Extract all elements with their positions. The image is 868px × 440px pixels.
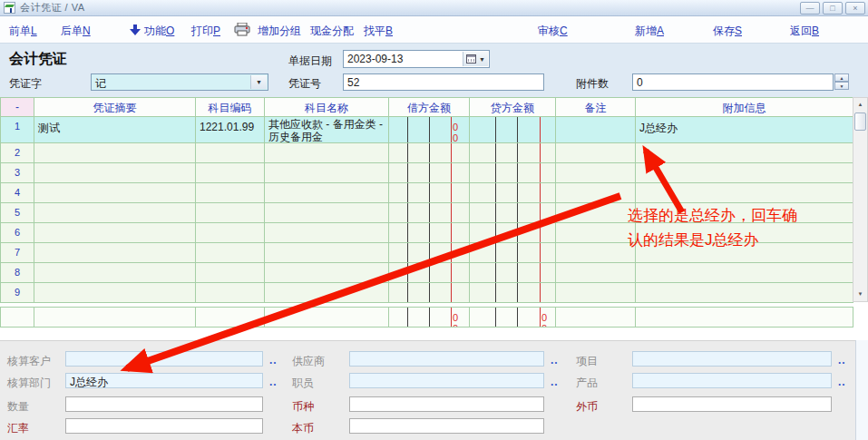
account-name-cell[interactable] xyxy=(265,163,389,183)
supplier-field[interactable] xyxy=(349,351,544,367)
account-code-cell[interactable] xyxy=(196,203,265,223)
add-group-button[interactable]: 增加分组 xyxy=(258,24,301,39)
memo-cell[interactable] xyxy=(556,203,636,223)
summary-cell[interactable] xyxy=(34,143,196,163)
staff-field[interactable] xyxy=(349,373,544,388)
debit-amount-cell[interactable]: 0 0 xyxy=(389,117,470,143)
new-voucher-button[interactable]: 新增A xyxy=(635,24,664,39)
project-lookup-button[interactable]: .. xyxy=(838,354,846,367)
debit-amount-cell[interactable] xyxy=(389,263,470,283)
memo-cell[interactable] xyxy=(556,283,636,303)
grid-vertical-scrollbar[interactable]: ▲ ▼ xyxy=(853,97,868,302)
functions-button[interactable]: 功能O xyxy=(144,24,174,39)
summary-cell[interactable] xyxy=(34,163,196,183)
debit-amount-cell[interactable] xyxy=(389,203,470,223)
account-name-cell[interactable] xyxy=(265,183,389,203)
extra-info-cell[interactable] xyxy=(636,163,853,183)
spin-up-icon[interactable]: ▲ xyxy=(834,73,849,82)
project-field[interactable] xyxy=(632,351,832,367)
credit-amount-cell[interactable] xyxy=(470,263,556,283)
foreign-currency-field[interactable] xyxy=(632,396,832,412)
cash-allocation-button[interactable]: 现金分配 xyxy=(310,24,354,39)
credit-amount-cell[interactable] xyxy=(470,143,556,163)
staff-lookup-button[interactable]: .. xyxy=(551,376,559,388)
department-field[interactable]: J总经办 xyxy=(65,373,263,388)
voucher-word-select[interactable]: 记 ▼ xyxy=(91,73,268,91)
account-name-cell[interactable] xyxy=(265,243,389,263)
quantity-field[interactable] xyxy=(65,396,263,412)
credit-amount-cell[interactable] xyxy=(470,163,556,183)
account-name-cell[interactable]: 其他应收款 - 备用金类 - 历史备用金 xyxy=(265,117,389,143)
extra-info-cell[interactable] xyxy=(636,183,853,203)
product-lookup-button[interactable]: .. xyxy=(838,376,846,388)
summary-cell[interactable] xyxy=(34,263,196,283)
account-code-cell[interactable] xyxy=(196,223,265,243)
extra-info-cell[interactable] xyxy=(636,263,853,283)
credit-amount-cell[interactable] xyxy=(470,223,556,243)
extra-info-cell[interactable]: J总经办 xyxy=(636,117,853,143)
account-code-cell[interactable] xyxy=(196,263,265,283)
save-button[interactable]: 保存S xyxy=(713,24,742,39)
extra-info-cell[interactable] xyxy=(636,143,853,163)
back-button[interactable]: 返回B xyxy=(790,24,819,39)
summary-cell[interactable] xyxy=(34,283,196,303)
audit-button[interactable]: 审核C xyxy=(538,24,568,39)
memo-cell[interactable] xyxy=(556,143,636,163)
account-code-cell[interactable] xyxy=(196,143,265,163)
summary-cell[interactable] xyxy=(34,243,196,263)
extra-info-cell[interactable] xyxy=(636,283,853,303)
spin-down-icon[interactable]: ▼ xyxy=(834,82,849,90)
maximize-button[interactable]: □ xyxy=(823,2,843,15)
product-field[interactable] xyxy=(632,373,832,388)
account-name-cell[interactable] xyxy=(265,203,389,223)
summary-cell[interactable]: 测试 xyxy=(34,117,196,143)
scrollbar-thumb[interactable] xyxy=(854,112,866,131)
account-name-cell[interactable] xyxy=(265,143,389,163)
close-button[interactable]: × xyxy=(845,2,865,15)
credit-amount-cell[interactable] xyxy=(470,203,556,223)
exchange-rate-field[interactable] xyxy=(65,418,263,434)
account-code-cell[interactable] xyxy=(196,243,265,263)
next-voucher-button[interactable]: 后单N xyxy=(61,24,91,39)
printer-icon[interactable] xyxy=(234,23,250,36)
memo-cell[interactable] xyxy=(556,223,636,243)
supplier-lookup-button[interactable]: .. xyxy=(551,354,559,367)
print-button[interactable]: 打印P xyxy=(191,24,220,39)
credit-amount-cell[interactable] xyxy=(470,117,556,143)
prev-voucher-button[interactable]: 前单L xyxy=(9,24,37,39)
memo-cell[interactable] xyxy=(556,163,636,183)
voucher-no-input[interactable]: 52 xyxy=(343,73,544,91)
local-currency-field[interactable] xyxy=(349,418,544,434)
account-name-cell[interactable] xyxy=(265,283,389,303)
currency-field[interactable] xyxy=(349,396,544,412)
scroll-down-icon[interactable]: ▼ xyxy=(853,288,867,301)
debit-amount-cell[interactable] xyxy=(389,223,470,243)
customer-field[interactable] xyxy=(65,351,263,367)
account-code-cell[interactable]: 1221.01.99 xyxy=(196,117,265,143)
account-code-cell[interactable] xyxy=(196,163,265,183)
debit-amount-cell[interactable] xyxy=(389,183,470,203)
debit-amount-cell[interactable] xyxy=(389,143,470,163)
account-code-cell[interactable] xyxy=(196,183,265,203)
account-name-cell[interactable] xyxy=(265,263,389,283)
scroll-up-icon[interactable]: ▲ xyxy=(853,98,867,112)
summary-cell[interactable] xyxy=(34,183,196,203)
account-name-cell[interactable] xyxy=(265,223,389,243)
chevron-down-icon[interactable]: ▼ xyxy=(250,75,267,89)
calendar-dropdown-button[interactable]: ▼ xyxy=(463,52,488,66)
credit-amount-cell[interactable] xyxy=(470,183,556,203)
memo-cell[interactable] xyxy=(556,243,636,263)
department-lookup-button[interactable]: .. xyxy=(269,376,278,388)
account-code-cell[interactable] xyxy=(196,283,265,303)
credit-amount-cell[interactable] xyxy=(470,283,556,303)
summary-cell[interactable] xyxy=(34,203,196,223)
debit-amount-cell[interactable] xyxy=(389,163,470,183)
memo-cell[interactable] xyxy=(556,183,636,203)
memo-cell[interactable] xyxy=(556,263,636,283)
memo-cell[interactable] xyxy=(556,117,636,143)
customer-lookup-button[interactable]: .. xyxy=(269,354,278,367)
debit-amount-cell[interactable] xyxy=(389,283,470,303)
debit-amount-cell[interactable] xyxy=(389,243,470,263)
credit-amount-cell[interactable] xyxy=(470,243,556,263)
doc-date-input[interactable]: 2023-09-13 ▼ xyxy=(343,50,490,68)
